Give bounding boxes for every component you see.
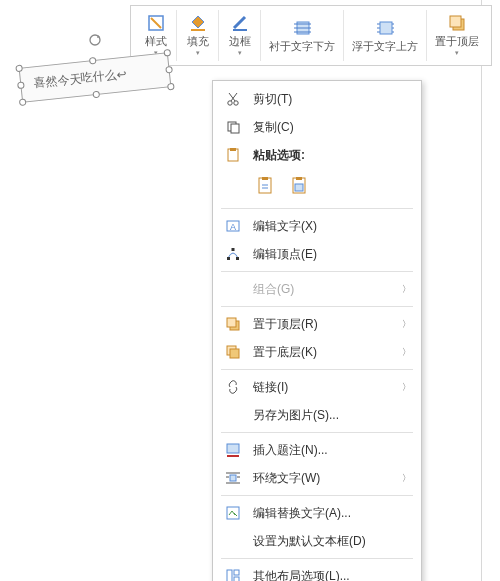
svg-rect-24	[295, 184, 303, 191]
menu-alt-text[interactable]: 编辑替换文字(A)...	[213, 499, 421, 527]
separator	[221, 208, 413, 209]
blank-icon	[223, 532, 243, 550]
menu-cut[interactable]: 剪切(T)	[213, 85, 421, 113]
svg-rect-29	[232, 248, 235, 251]
svg-point-15	[234, 101, 238, 105]
layout-icon	[223, 567, 243, 581]
chevron-down-icon: ▾	[238, 49, 242, 57]
svg-rect-21	[262, 177, 268, 180]
alt-text-icon	[223, 504, 243, 522]
svg-rect-28	[236, 257, 239, 260]
front-text-label: 浮于文字上方	[352, 40, 418, 53]
svg-rect-27	[227, 257, 230, 260]
bring-front-icon	[223, 315, 243, 333]
copy-icon	[223, 118, 243, 136]
chevron-down-icon: ▾	[196, 49, 200, 57]
menu-bring-top[interactable]: 置于顶层(R)〉	[213, 310, 421, 338]
group-icon	[223, 280, 243, 298]
fill-button[interactable]: 填充 ▾	[177, 10, 219, 61]
separator	[221, 271, 413, 272]
shape-text: 喜然今天吃什么↩	[33, 67, 128, 91]
border-icon	[231, 14, 249, 32]
front-text-icon	[376, 19, 394, 37]
menu-default-textbox[interactable]: 设置为默认文本框(D)	[213, 527, 421, 555]
chevron-right-icon: 〉	[402, 346, 411, 359]
chevron-right-icon: 〉	[402, 472, 411, 485]
resize-handle[interactable]	[15, 65, 23, 73]
border-button[interactable]: 边框 ▾	[219, 10, 261, 61]
behind-text-label: 衬于文字下方	[269, 40, 335, 53]
resize-handle[interactable]	[19, 98, 27, 106]
wrap-icon	[223, 469, 243, 487]
resize-handle[interactable]	[17, 81, 25, 89]
svg-rect-17	[231, 124, 239, 133]
paste-keep-formatting[interactable]	[253, 173, 279, 199]
send-back-icon	[223, 343, 243, 361]
resize-handle[interactable]	[89, 57, 97, 65]
paste-icon	[223, 146, 243, 164]
chevron-right-icon: 〉	[402, 381, 411, 394]
svg-rect-42	[227, 570, 232, 581]
svg-rect-2	[233, 29, 247, 31]
resize-handle[interactable]	[92, 91, 100, 99]
menu-save-as-pic[interactable]: 另存为图片(S)...	[213, 401, 421, 429]
style-icon	[147, 14, 165, 32]
edit-text-icon: A	[223, 217, 243, 235]
menu-caption[interactable]: 插入题注(N)...	[213, 436, 421, 464]
resize-handle[interactable]	[165, 65, 173, 73]
svg-rect-10	[380, 22, 392, 34]
svg-rect-31	[227, 318, 236, 327]
svg-rect-12	[450, 16, 461, 27]
chevron-right-icon: 〉	[402, 318, 411, 331]
caption-icon	[223, 441, 243, 459]
svg-rect-43	[234, 570, 239, 575]
svg-rect-44	[234, 577, 239, 581]
blank-icon	[223, 406, 243, 424]
context-menu: 剪切(T) 复制(C) 粘贴选项: A编辑文字(X) 编辑顶点(E) 组合(G)…	[212, 80, 422, 581]
paste-options-row	[213, 169, 421, 205]
link-icon	[223, 378, 243, 396]
separator	[221, 432, 413, 433]
paste-picture[interactable]	[287, 173, 313, 199]
resize-handle[interactable]	[167, 83, 175, 91]
menu-edit-points[interactable]: 编辑顶点(E)	[213, 240, 421, 268]
menu-more-layout[interactable]: 其他布局选项(L)...	[213, 562, 421, 581]
selected-shape[interactable]: 喜然今天吃什么↩	[20, 60, 170, 110]
svg-text:A: A	[230, 222, 236, 232]
menu-copy[interactable]: 复制(C)	[213, 113, 421, 141]
shape-textbox[interactable]: 喜然今天吃什么↩	[19, 52, 172, 102]
front-text-button[interactable]: 浮于文字上方	[344, 10, 427, 61]
separator	[221, 369, 413, 370]
chevron-down-icon: ▾	[455, 49, 459, 57]
menu-paste-options-header: 粘贴选项:	[213, 141, 421, 169]
svg-rect-36	[230, 475, 236, 481]
mini-toolbar: 样式 ▾ 填充 ▾ 边框 ▾ 衬于文字下方 浮于文字上方 置于顶层 ▾	[130, 5, 492, 66]
behind-text-button[interactable]: 衬于文字下方	[261, 10, 344, 61]
style-label: 样式	[145, 35, 167, 48]
menu-group: 组合(G)〉	[213, 275, 421, 303]
menu-send-bottom[interactable]: 置于底层(K)〉	[213, 338, 421, 366]
fill-label: 填充	[187, 35, 209, 48]
separator	[221, 495, 413, 496]
bring-top-button[interactable]: 置于顶层 ▾	[427, 10, 487, 61]
bring-top-label: 置于顶层	[435, 35, 479, 48]
chevron-right-icon: 〉	[402, 283, 411, 296]
edit-points-icon	[223, 245, 243, 263]
svg-rect-33	[230, 349, 239, 358]
cut-icon	[223, 90, 243, 108]
separator	[221, 558, 413, 559]
svg-rect-34	[227, 444, 239, 453]
page-margin	[481, 0, 482, 581]
menu-wrap-text[interactable]: 环绕文字(W)〉	[213, 464, 421, 492]
fill-icon	[189, 14, 207, 32]
menu-edit-text[interactable]: A编辑文字(X)	[213, 212, 421, 240]
separator	[221, 306, 413, 307]
behind-text-icon	[293, 19, 311, 37]
svg-rect-23	[296, 177, 302, 180]
rotate-handle-icon[interactable]	[87, 32, 103, 48]
bring-top-icon	[448, 14, 466, 32]
menu-link[interactable]: 链接(I)〉	[213, 373, 421, 401]
border-label: 边框	[229, 35, 251, 48]
svg-rect-19	[230, 148, 236, 151]
svg-point-14	[228, 101, 232, 105]
